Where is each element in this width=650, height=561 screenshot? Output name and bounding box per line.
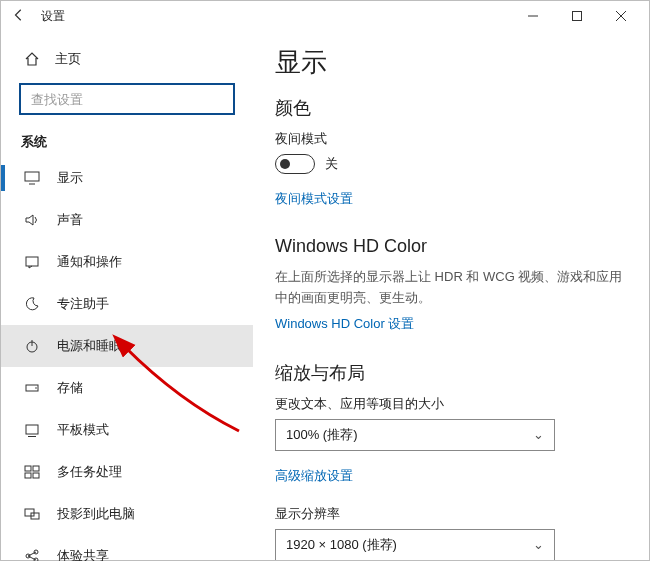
home-label: 主页 xyxy=(55,50,81,68)
sidebar-item-label: 存储 xyxy=(57,379,83,397)
resolution-value: 1920 × 1080 (推荐) xyxy=(286,536,397,554)
resolution-label: 显示分辨率 xyxy=(275,505,627,523)
sidebar-item-label: 声音 xyxy=(57,211,83,229)
sidebar-item-label: 显示 xyxy=(57,169,83,187)
sidebar-item-label: 通知和操作 xyxy=(57,253,122,271)
hd-description: 在上面所选择的显示器上让 HDR 和 WCG 视频、游戏和应用中的画面更明亮、更… xyxy=(275,267,625,309)
sidebar-item-display[interactable]: 显示 xyxy=(1,157,253,199)
sidebar-item-label: 电源和睡眠 xyxy=(57,337,122,355)
night-mode-settings-link[interactable]: 夜间模式设置 xyxy=(275,190,353,208)
toggle-state: 关 xyxy=(325,155,338,173)
text-size-select[interactable]: 100% (推荐) ⌄ xyxy=(275,419,555,451)
settings-window: 设置 主页 系统 显示 xyxy=(0,0,650,561)
svg-point-8 xyxy=(35,387,37,389)
svg-rect-14 xyxy=(33,473,39,478)
window-controls xyxy=(511,2,643,30)
sidebar-item-notifications[interactable]: 通知和操作 xyxy=(1,241,253,283)
maximize-button[interactable] xyxy=(555,2,599,30)
multitask-icon xyxy=(23,464,41,480)
resolution-select[interactable]: 1920 × 1080 (推荐) ⌄ xyxy=(275,529,555,560)
chevron-down-icon: ⌄ xyxy=(533,537,544,552)
text-size-value: 100% (推荐) xyxy=(286,426,358,444)
content-pane: 显示 颜色 夜间模式 关 夜间模式设置 Windows HD Color 在上面… xyxy=(253,31,649,560)
sidebar-item-label: 投影到此电脑 xyxy=(57,505,135,523)
sidebar-item-label: 平板模式 xyxy=(57,421,109,439)
night-mode-label: 夜间模式 xyxy=(275,130,627,148)
chevron-down-icon: ⌄ xyxy=(533,427,544,442)
section-color: 颜色 xyxy=(275,96,627,120)
sidebar-item-sound[interactable]: 声音 xyxy=(1,199,253,241)
sound-icon xyxy=(23,212,41,228)
svg-rect-9 xyxy=(26,425,38,434)
svg-rect-1 xyxy=(573,12,582,21)
sidebar-item-share[interactable]: 体验共享 xyxy=(1,535,253,561)
svg-rect-13 xyxy=(25,473,31,478)
search-input[interactable] xyxy=(19,83,235,115)
sidebar-item-project[interactable]: 投影到此电脑 xyxy=(1,493,253,535)
svg-rect-2 xyxy=(25,172,39,181)
sidebar-item-label: 体验共享 xyxy=(57,547,109,561)
sidebar: 主页 系统 显示 声音 通知和操作 xyxy=(1,31,253,560)
back-button[interactable] xyxy=(9,8,29,25)
sidebar-item-multitask[interactable]: 多任务处理 xyxy=(1,451,253,493)
titlebar: 设置 xyxy=(1,1,649,31)
advanced-scale-link[interactable]: 高级缩放设置 xyxy=(275,467,353,485)
close-button[interactable] xyxy=(599,2,643,30)
svg-rect-12 xyxy=(33,466,39,471)
monitor-icon xyxy=(23,170,41,186)
share-icon xyxy=(23,548,41,561)
project-icon xyxy=(23,506,41,522)
svg-rect-4 xyxy=(26,257,38,266)
text-size-label: 更改文本、应用等项目的大小 xyxy=(275,395,627,413)
minimize-button[interactable] xyxy=(511,2,555,30)
home-link[interactable]: 主页 xyxy=(1,41,253,77)
home-icon xyxy=(23,51,41,67)
sidebar-item-label: 专注助手 xyxy=(57,295,109,313)
group-label: 系统 xyxy=(1,125,253,157)
tablet-icon xyxy=(23,422,41,438)
hd-settings-link[interactable]: Windows HD Color 设置 xyxy=(275,315,414,333)
sidebar-item-focus[interactable]: 专注助手 xyxy=(1,283,253,325)
sidebar-item-storage[interactable]: 存储 xyxy=(1,367,253,409)
page-title: 显示 xyxy=(275,45,627,80)
storage-icon xyxy=(23,380,41,396)
moon-icon xyxy=(23,296,41,312)
night-mode-toggle[interactable] xyxy=(275,154,315,174)
sidebar-item-label: 多任务处理 xyxy=(57,463,122,481)
section-hd: Windows HD Color xyxy=(275,236,627,257)
notification-icon xyxy=(23,254,41,270)
section-scale: 缩放与布局 xyxy=(275,361,627,385)
svg-rect-11 xyxy=(25,466,31,471)
sidebar-item-power[interactable]: 电源和睡眠 xyxy=(1,325,253,367)
svg-rect-10 xyxy=(28,436,36,437)
power-icon xyxy=(23,338,41,354)
sidebar-item-tablet[interactable]: 平板模式 xyxy=(1,409,253,451)
window-title: 设置 xyxy=(41,8,65,25)
